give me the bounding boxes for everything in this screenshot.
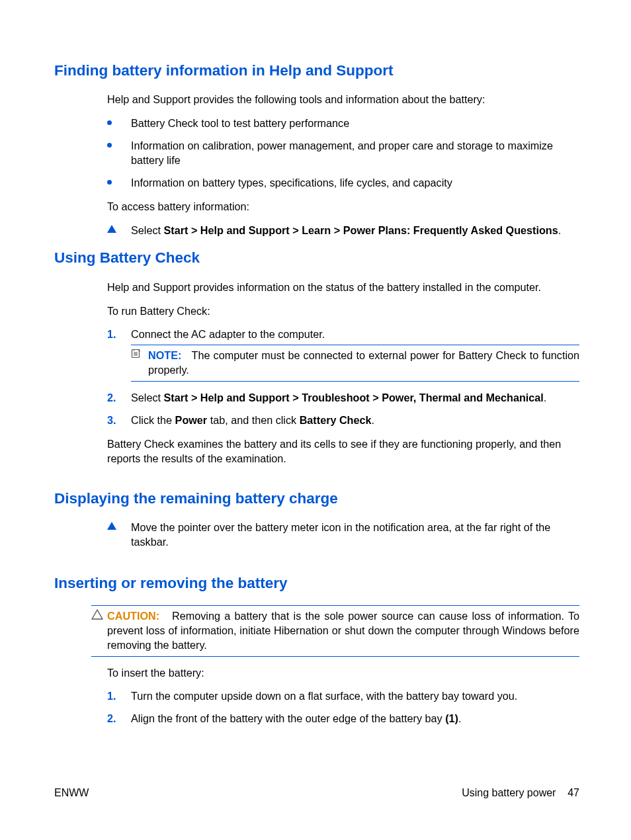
footer-left: ENWW [54, 786, 89, 800]
page-footer: ENWW Using battery power 47 [54, 786, 579, 800]
bold-run: Start > Help and Support > Learn > Power… [164, 224, 558, 236]
text-run: . [458, 712, 462, 724]
action-list: Move the pointer over the battery meter … [107, 521, 579, 550]
text-run: Select [131, 392, 164, 403]
list-item: Information on calibration, power manage… [107, 139, 579, 168]
note-text: The computer must be connected to extern… [148, 349, 579, 376]
text-run: . [558, 224, 562, 236]
bold-run: Start > Help and Support > Troubleshoot … [164, 392, 544, 403]
svg-marker-4 [92, 610, 103, 619]
text-run: . [372, 414, 375, 426]
ordered-list: Turn the computer upside down on a flat … [107, 689, 579, 726]
ordered-list: Connect the AC adapter to the computer. … [107, 327, 579, 427]
paragraph: Help and Support provides information on… [107, 280, 579, 295]
section-body: CAUTION: Removing a battery that is the … [107, 605, 579, 726]
note-label: NOTE: [148, 349, 181, 361]
caution-label: CAUTION: [107, 610, 159, 622]
text-run: tab, and then click [207, 414, 299, 426]
caution-text: Removing a battery that is the sole powe… [107, 610, 579, 651]
action-item: Move the pointer over the battery meter … [107, 521, 579, 550]
step-item: Align the front of the battery with the … [107, 712, 579, 726]
section-body: Help and Support provides the following … [107, 93, 579, 237]
bullet-list: Battery Check tool to test battery perfo… [107, 116, 579, 190]
heading-finding-battery-info: Finding battery information in Help and … [54, 61, 579, 81]
action-item: Select Start > Help and Support > Learn … [107, 224, 579, 238]
page-number: 47 [568, 787, 579, 798]
text-run: Align the front of the battery with the … [131, 712, 445, 724]
heading-using-battery-check: Using Battery Check [54, 248, 579, 268]
step-item: Click the Power tab, and then click Batt… [107, 413, 579, 428]
text-run: . [544, 392, 547, 403]
heading-inserting-removing-battery: Inserting or removing the battery [54, 573, 579, 593]
paragraph: To insert the battery: [107, 666, 579, 681]
document-page: Finding battery information in Help and … [0, 0, 631, 840]
heading-displaying-remaining-charge: Displaying the remaining battery charge [54, 489, 579, 509]
bold-run: (1) [445, 712, 458, 724]
paragraph: To run Battery Check: [107, 304, 579, 319]
text-run: Select [131, 224, 164, 236]
bold-run: Battery Check [300, 414, 372, 426]
note-icon [131, 348, 142, 362]
step-text: Connect the AC adapter to the computer. [131, 328, 325, 340]
action-list: Select Start > Help and Support > Learn … [107, 224, 579, 238]
step-item: Connect the AC adapter to the computer. … [107, 327, 579, 382]
paragraph: Help and Support provides the following … [107, 93, 579, 107]
footer-right: Using battery power 47 [462, 786, 579, 800]
caution-callout: CAUTION: Removing a battery that is the … [91, 605, 579, 657]
paragraph: To access battery information: [107, 200, 579, 214]
step-item: Select Start > Help and Support > Troubl… [107, 391, 579, 405]
section-body: Help and Support provides information on… [107, 280, 579, 466]
paragraph: Battery Check examines the battery and i… [107, 437, 579, 466]
footer-section-label: Using battery power [462, 787, 556, 798]
text-run: Click the [131, 414, 175, 426]
bold-run: Power [175, 414, 208, 426]
step-item: Turn the computer upside down on a flat … [107, 689, 579, 704]
list-item: Battery Check tool to test battery perfo… [107, 116, 579, 131]
note-callout: NOTE: The computer must be connected to … [131, 345, 579, 382]
list-item: Information on battery types, specificat… [107, 176, 579, 190]
section-body: Move the pointer over the battery meter … [107, 521, 579, 550]
